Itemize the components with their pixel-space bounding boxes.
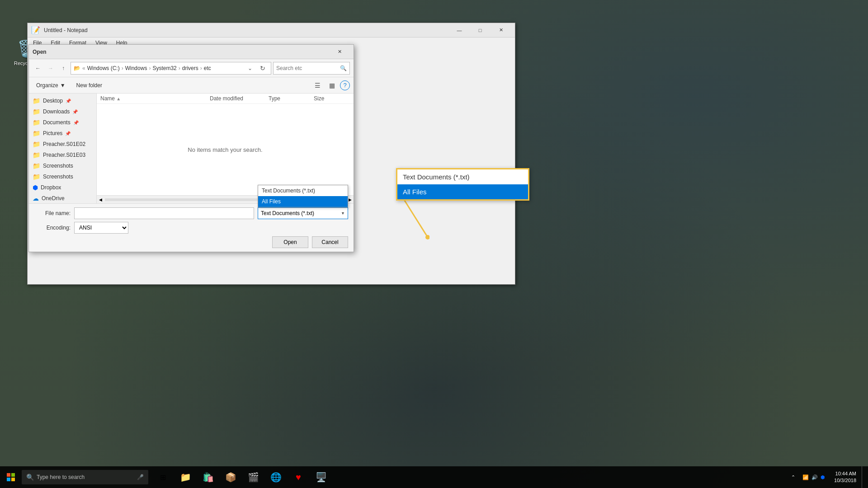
taskbar-app-store[interactable]: 🛍️: [197, 466, 219, 488]
screenshots2-folder-icon: 📁: [33, 173, 40, 180]
tray-icons: 📶 🔊 ⬢: [799, 474, 829, 480]
minimize-button[interactable]: —: [449, 23, 470, 38]
dialog-secondary-toolbar: Organize ▼ New folder ☰ ▦ ?: [29, 77, 354, 94]
content-header: Name ▲ Date modified Type Size: [97, 94, 354, 104]
new-folder-button[interactable]: New folder: [73, 80, 106, 90]
taskbar-app-chrome[interactable]: 🌐: [265, 466, 287, 488]
encoding-label: Encoding:: [34, 225, 71, 231]
dialog-window-controls: ✕: [329, 45, 350, 59]
back-button[interactable]: ←: [33, 63, 43, 74]
nav-item-downloads[interactable]: 📁 Downloads 📌: [29, 106, 96, 117]
dialog-close-button[interactable]: ✕: [329, 45, 350, 59]
taskbar-app-game[interactable]: ♥: [288, 466, 309, 488]
encoding-select[interactable]: ANSI UTF-8 Unicode: [74, 222, 128, 234]
breadcrumb-drivers[interactable]: drivers: [182, 65, 198, 71]
preacher1-folder-icon: 📁: [33, 141, 40, 148]
search-input[interactable]: [276, 65, 338, 71]
show-desktop-btn[interactable]: [862, 466, 864, 488]
new-folder-label: New folder: [76, 82, 102, 89]
col-header-date[interactable]: Date modified: [210, 95, 269, 102]
nav-item-preacher1[interactable]: 📁 Preacher.S01E02: [29, 139, 96, 150]
nav-item-dropbox[interactable]: ⬢ Dropbox: [29, 182, 96, 193]
help-button[interactable]: ?: [340, 80, 350, 90]
taskbar-search[interactable]: 🔍 Type here to search 🎤: [22, 470, 148, 484]
dropbox-icon: ⬢: [33, 184, 38, 191]
open-dialog: Open ✕ ← → ↑ 📂 « Windows (C:) › Windows …: [28, 44, 354, 252]
scroll-left-btn[interactable]: ◀: [97, 196, 104, 204]
maximize-button[interactable]: □: [470, 23, 491, 38]
notepad-title: Untitled - Notepad: [44, 27, 445, 33]
callout-item-txt[interactable]: Text Documents (*.txt): [397, 169, 528, 184]
nav-item-preacher2[interactable]: 📁 Preacher.S01E03: [29, 150, 96, 160]
col-header-type[interactable]: Type: [269, 95, 314, 102]
dialog-footer: File name: Text Documents (*.txt) Text D…: [29, 203, 354, 252]
up-button[interactable]: ↑: [58, 63, 69, 74]
network-icon[interactable]: 📶: [802, 474, 809, 480]
breadcrumb-windows[interactable]: Windows: [125, 65, 147, 71]
filename-row: File name: Text Documents (*.txt) Text D…: [34, 207, 348, 219]
address-bar[interactable]: 📂 « Windows (C:) › Windows › System32 › …: [71, 62, 271, 75]
taskbar-app-task-view[interactable]: ⊞: [152, 466, 174, 488]
pin-icon-pictures: 📌: [65, 131, 71, 136]
view-list-button[interactable]: ☰: [311, 79, 324, 92]
taskbar-app-vlc[interactable]: 🎬: [242, 466, 264, 488]
col-header-size[interactable]: Size: [314, 95, 350, 102]
col-header-name[interactable]: Name ▲: [100, 95, 210, 102]
breadcrumb-system32[interactable]: System32: [152, 65, 176, 71]
filename-label: File name:: [34, 210, 71, 216]
cancel-button[interactable]: Cancel: [312, 236, 348, 248]
pictures-folder-icon: 📁: [33, 130, 40, 137]
open-button[interactable]: Open: [272, 236, 308, 248]
search-icon: 🔍: [340, 65, 347, 71]
forward-button[interactable]: →: [45, 63, 56, 74]
content-area: No items match your search.: [97, 104, 354, 195]
nav-item-screenshots2[interactable]: 📁 Screenshots: [29, 171, 96, 182]
filetype-display[interactable]: Text Documents (*.txt): [258, 207, 348, 219]
nav-pane: 📁 Desktop 📌 📁 Downloads 📌 📁 Documents 📌 …: [29, 94, 97, 203]
nav-item-onedrive[interactable]: ☁ OneDrive: [29, 193, 96, 203]
tray-date-display: 10/3/2018: [834, 477, 856, 484]
dropbox-tray-icon[interactable]: ⬢: [821, 474, 825, 480]
nav-item-screenshots1[interactable]: 📁 Screenshots: [29, 160, 96, 171]
taskbar-app-monitor[interactable]: 🖥️: [310, 466, 332, 488]
breadcrumb-etc[interactable]: etc: [204, 65, 211, 71]
preacher2-folder-icon: 📁: [33, 151, 40, 159]
nav-item-documents[interactable]: 📁 Documents 📌: [29, 117, 96, 128]
breadcrumb-windows-c[interactable]: Windows (C:): [87, 65, 120, 71]
start-button[interactable]: [0, 466, 22, 488]
taskbar-app-explorer[interactable]: 📁: [175, 466, 196, 488]
nav-item-downloads-label: Downloads: [43, 108, 70, 115]
notepad-app-icon: 📝: [31, 26, 40, 34]
taskbar-app-media[interactable]: 📦: [220, 466, 241, 488]
pin-icon-documents: 📌: [73, 120, 79, 125]
svg-rect-4: [7, 478, 10, 481]
empty-message: No items match your search.: [188, 146, 262, 153]
search-box[interactable]: 🔍: [273, 62, 350, 75]
tray-expand-icon[interactable]: ⌃: [789, 474, 797, 480]
nav-item-documents-label: Documents: [43, 119, 71, 126]
microphone-icon: 🎤: [137, 474, 144, 480]
onedrive-icon: ☁: [33, 195, 39, 202]
breadcrumb-icon: 📂: [74, 65, 80, 71]
filetype-option-all[interactable]: All Files: [258, 196, 348, 207]
nav-item-desktop[interactable]: 📁 Desktop 📌: [29, 95, 96, 106]
organize-button[interactable]: Organize ▼: [33, 80, 69, 90]
taskbar-search-icon: 🔍: [26, 474, 34, 481]
callout-item-all[interactable]: All Files: [397, 184, 528, 199]
nav-item-pictures[interactable]: 📁 Pictures 📌: [29, 128, 96, 139]
view-icons-button[interactable]: ▦: [326, 79, 338, 92]
nav-item-screenshots2-label: Screenshots: [43, 174, 73, 180]
encoding-row: Encoding: ANSI UTF-8 Unicode: [34, 222, 348, 234]
tray-datetime[interactable]: 10:44 AM 10/3/2018: [830, 470, 860, 484]
volume-icon[interactable]: 🔊: [811, 474, 818, 480]
filetype-option-txt[interactable]: Text Documents (*.txt): [258, 185, 348, 196]
refresh-button[interactable]: ↻: [257, 63, 268, 74]
pin-icon-desktop: 📌: [66, 99, 71, 103]
close-button[interactable]: ✕: [491, 23, 511, 38]
filename-input[interactable]: [74, 207, 254, 219]
footer-buttons: Open Cancel: [34, 236, 348, 248]
downloads-folder-icon: 📁: [33, 108, 40, 115]
address-dropdown-btn[interactable]: ⌄: [245, 63, 255, 74]
documents-folder-icon: 📁: [33, 119, 40, 126]
svg-rect-3: [11, 473, 15, 477]
